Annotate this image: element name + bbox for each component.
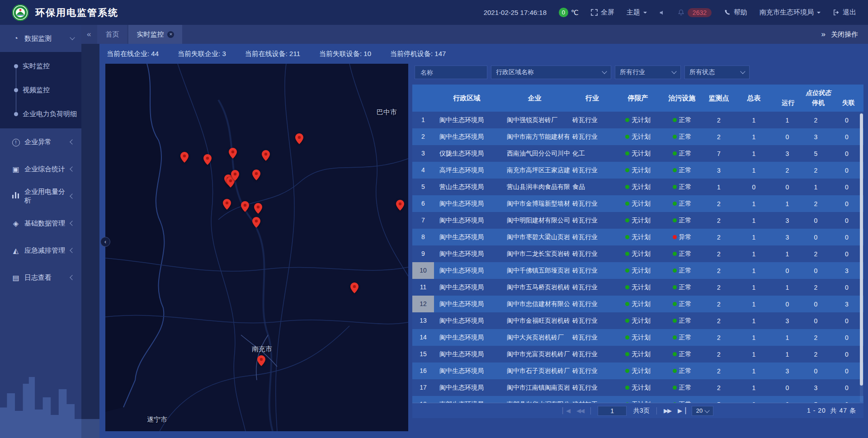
cell-industry: 砖瓦行业 xyxy=(570,200,615,208)
tab-home[interactable]: 首页 xyxy=(97,25,127,44)
table-row[interactable]: 5 营山生态环境局 营山县润丰肉食品有限 食品 无计划 正常 1 0 0 1 0 xyxy=(412,179,863,195)
total-pages-label: 共3页 xyxy=(633,407,650,415)
cell-stopped: 0 xyxy=(802,367,830,375)
table-row[interactable]: 17 阆中生态环境局 阆中市江南镇阆南页岩 砖瓦行业 无计划 正常 2 1 0 … xyxy=(412,379,863,396)
cell-industry: 砖瓦行业 xyxy=(570,166,615,174)
map-pin-icon[interactable] xyxy=(231,170,239,181)
sidebar-item-base-data[interactable]: ◈ 基础数据管理 xyxy=(0,210,81,237)
table-row[interactable]: 4 高坪生态环境局 南充市高坪区王家店建 砖瓦行业 无计划 正常 3 1 2 2… xyxy=(412,162,863,179)
tabs-scroll-right-icon[interactable]: » xyxy=(821,30,826,39)
status-dot xyxy=(625,386,629,390)
map-pin-icon[interactable] xyxy=(350,283,359,293)
help-button[interactable]: 帮助 xyxy=(724,8,747,17)
table-row[interactable]: 11 阆中生态环境局 阆中市五马桥页岩机砖 砖瓦行业 无计划 正常 2 1 1 … xyxy=(412,279,863,296)
map-pin-icon[interactable] xyxy=(262,150,270,161)
enterprise-table-panel: 行政区域名称 所有行业 所有状态 行政区域 企业 行业 停限产 治污设施 监测点… xyxy=(412,64,863,418)
theme-dropdown[interactable]: 主题 xyxy=(627,8,647,17)
close-icon[interactable]: ✕ xyxy=(167,31,174,38)
table-row[interactable]: 7 阆中生态环境局 阆中明阳建材有限公司 砖瓦行业 无计划 正常 2 1 3 0… xyxy=(412,212,863,229)
chevron-left-icon xyxy=(70,139,75,144)
sidebar-item-emergency-reduction[interactable]: ◭ 应急减排管理 xyxy=(0,237,81,264)
map-pin-icon[interactable] xyxy=(254,203,262,214)
cell-monitor-points: 2 xyxy=(703,250,735,258)
org-dropdown[interactable]: 南充市生态环境局 xyxy=(760,8,821,17)
region-filter-select[interactable]: 行政区域名称 xyxy=(491,66,611,79)
page-size-select[interactable]: 20 xyxy=(692,406,713,416)
table-row[interactable]: 14 阆中生态环境局 阆中大兴页岩机砖厂 砖瓦行业 无计划 正常 2 1 1 2… xyxy=(412,329,863,346)
sidebar-item-data-monitoring[interactable]: ◔ 数据监测 xyxy=(0,25,81,52)
mute-button[interactable] xyxy=(659,9,665,16)
status-dot xyxy=(673,185,677,189)
table-row[interactable]: 2 阆中生态环境局 阆中市南方节能建材有 砖瓦行业 无计划 正常 2 1 0 3… xyxy=(412,128,863,145)
map-pin-icon[interactable] xyxy=(229,148,237,159)
map-panel[interactable]: 巴中市 南充市 遂宁市 ‹ xyxy=(105,64,408,431)
cell-company: 阆中明阳建材有限公司 xyxy=(500,217,570,225)
map-pin-icon[interactable] xyxy=(223,199,231,210)
cell-industry: 化工 xyxy=(570,150,615,158)
cell-company: 阆中千佛镇五郎垭页岩 xyxy=(500,267,570,275)
status-filter-select[interactable]: 所有状态 xyxy=(684,66,750,79)
col-header-stopped: 停机 xyxy=(803,99,834,107)
map-pin-icon[interactable] xyxy=(257,355,265,366)
cell-production-limit: 无计划 xyxy=(632,150,651,158)
fullscreen-button[interactable]: 全屏 xyxy=(591,8,614,17)
cell-region: 阆中生态环境局 xyxy=(434,300,500,308)
table-row[interactable]: 18 南部生态环境局 南部县兴华水泥有限公 建材加工 无计划 正常 5 2 2 … xyxy=(412,396,863,403)
cell-total-meters: 1 xyxy=(735,384,773,391)
last-page-button[interactable]: ▶▕ xyxy=(678,407,685,414)
cell-total-meters: 1 xyxy=(735,267,773,274)
status-dot xyxy=(625,352,629,356)
map-pin-icon[interactable] xyxy=(203,154,212,165)
map-pin-icon[interactable] xyxy=(241,201,249,212)
table-row[interactable]: 1 阆中生态环境局 阆中强锐页岩砖厂 砖瓦行业 无计划 正常 2 1 1 2 0 xyxy=(412,112,863,128)
row-index: 12 xyxy=(412,296,434,312)
table-row[interactable]: 12 阆中生态环境局 阆中市忠信建材有限公 砖瓦行业 无计划 正常 2 1 0 … xyxy=(412,296,863,312)
table-row[interactable]: 13 阆中生态环境局 阆中市金福旺页岩机砖 砖瓦行业 无计划 正常 2 1 3 … xyxy=(412,312,863,329)
map-pin-icon[interactable] xyxy=(180,152,189,163)
cell-production-limit: 无计划 xyxy=(632,350,651,358)
notifications-button[interactable]: 2632 xyxy=(678,8,712,17)
sidebar-item-enterprise-abnormal[interactable]: ! 企业异常 xyxy=(0,128,81,155)
map-pin-icon[interactable] xyxy=(396,200,404,211)
chevron-down-icon xyxy=(70,35,75,40)
cell-pollution-facility: 正常 xyxy=(679,350,692,358)
logout-button[interactable]: 退出 xyxy=(833,8,856,17)
map-collapse-handle[interactable]: ‹ xyxy=(100,237,110,247)
industry-filter-select[interactable]: 所有行业 xyxy=(615,66,681,79)
cell-total-meters: 1 xyxy=(735,117,773,124)
cell-pollution-facility: 正常 xyxy=(679,283,692,292)
cell-monitor-points: 2 xyxy=(703,234,735,241)
sidebar-item-power-usage-analysis[interactable]: 企业用电量分析 xyxy=(0,183,81,210)
close-operations-button[interactable]: 关闭操作 xyxy=(831,30,858,39)
table-row[interactable]: 6 阆中生态环境局 阆中市金博瑞新型墙材 砖瓦行业 无计划 正常 2 1 1 2… xyxy=(412,195,863,212)
row-index: 10 xyxy=(412,262,434,279)
cell-running: 0 xyxy=(773,384,802,391)
tabs-scroll-left-icon[interactable]: « xyxy=(87,30,91,39)
cell-total-meters: 1 xyxy=(735,317,773,325)
table-row[interactable]: 15 阆中生态环境局 阆中市光富页岩机砖厂 砖瓦行业 无计划 正常 2 1 1 … xyxy=(412,346,863,363)
cell-monitor-points: 2 xyxy=(703,317,735,325)
sidebar-item-log-view[interactable]: ▤ 日志查看 xyxy=(0,264,81,291)
sidebar-item-video-monitoring[interactable]: 视频监控 xyxy=(0,78,81,102)
table-row[interactable]: 8 阆中生态环境局 阆中市枣碧大梁山页岩 砖瓦行业 无计划 异常 2 1 3 0… xyxy=(412,229,863,245)
first-page-button[interactable]: ▏◀ xyxy=(562,407,570,414)
sidebar-item-power-load-detail[interactable]: 企业电力负荷明细 xyxy=(0,102,81,126)
sidebar-item-enterprise-statistics[interactable]: ▣ 企业综合统计 xyxy=(0,155,81,183)
tab-realtime-monitoring[interactable]: 实时监控 ✕ xyxy=(128,25,182,44)
table-row[interactable]: 16 阆中生态环境局 阆中市石子页岩机砖厂 砖瓦行业 无计划 正常 2 1 3 … xyxy=(412,363,863,379)
cell-running: 0 xyxy=(773,301,802,308)
prev-page-button[interactable]: ◀◀ xyxy=(576,407,584,414)
next-page-button[interactable]: ▶▶ xyxy=(664,407,671,414)
table-row[interactable]: 10 阆中生态环境局 阆中千佛镇五郎垭页岩 砖瓦行业 无计划 正常 2 1 0 … xyxy=(412,262,863,279)
name-filter-input[interactable] xyxy=(420,68,482,76)
col-header-index xyxy=(412,85,434,112)
sidebar-item-realtime-monitoring[interactable]: 实时监控 xyxy=(0,54,81,78)
cell-running: 0 xyxy=(773,133,802,141)
map-pin-icon[interactable] xyxy=(295,133,303,144)
map-pin-icon[interactable] xyxy=(252,170,260,180)
table-row[interactable]: 3 仪陇生态环境局 西南油气田分公司川中 化工 无计划 正常 7 1 3 5 0 xyxy=(412,145,863,162)
map-pin-icon[interactable] xyxy=(252,217,260,228)
page-number-input[interactable] xyxy=(598,406,627,416)
table-row[interactable]: 9 阆中生态环境局 阆中市二龙长宝页岩砖 砖瓦行业 无计划 正常 2 1 1 2… xyxy=(412,245,863,262)
table-scrollbar-thumb[interactable] xyxy=(860,113,863,386)
